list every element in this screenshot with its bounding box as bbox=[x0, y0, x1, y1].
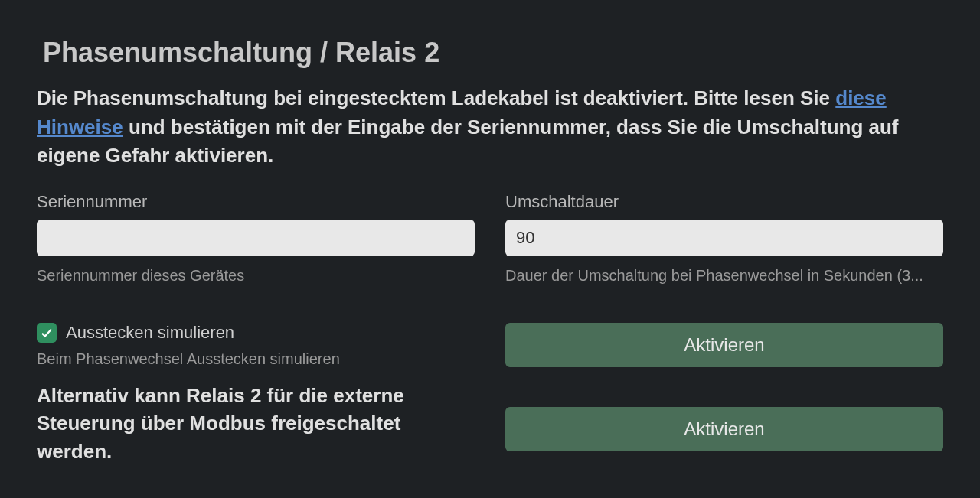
simulate-checkbox-row: Ausstecken simulieren bbox=[37, 323, 475, 343]
check-icon bbox=[40, 326, 54, 340]
warning-description: Die Phasenumschaltung bei eingestecktem … bbox=[37, 84, 943, 171]
serial-input[interactable] bbox=[37, 220, 475, 256]
serial-label: Seriennummer bbox=[37, 192, 475, 212]
serial-help: Seriennummer dieses Gerätes bbox=[37, 267, 475, 285]
serial-field-group: Seriennummer Seriennummer dieses Gerätes bbox=[37, 192, 475, 285]
page-title: Phasenumschaltung / Relais 2 bbox=[43, 37, 943, 69]
description-prefix: Die Phasenumschaltung bei eingestecktem … bbox=[37, 86, 835, 109]
simulate-checkbox[interactable] bbox=[37, 323, 57, 343]
right-lower-group: Aktivieren Aktivieren bbox=[505, 285, 943, 465]
left-lower-group: Ausstecken simulieren Beim Phasenwechsel… bbox=[37, 285, 475, 465]
activate-relay-button[interactable]: Aktivieren bbox=[505, 407, 943, 451]
duration-help: Dauer der Umschaltung bei Phasenwechsel … bbox=[505, 267, 943, 285]
duration-input[interactable] bbox=[505, 220, 943, 256]
simulate-checkbox-label: Ausstecken simulieren bbox=[66, 323, 234, 343]
description-suffix: und bestätigen mit der Eingabe der Serie… bbox=[37, 116, 899, 168]
alternative-description: Alternativ kann Relais 2 für die externe… bbox=[37, 382, 475, 465]
duration-field-group: Umschaltdauer Dauer der Umschaltung bei … bbox=[505, 192, 943, 285]
activate-phase-button[interactable]: Aktivieren bbox=[505, 323, 943, 367]
simulate-help: Beim Phasenwechsel Ausstecken simulieren bbox=[37, 350, 475, 368]
duration-label: Umschaltdauer bbox=[505, 192, 943, 212]
